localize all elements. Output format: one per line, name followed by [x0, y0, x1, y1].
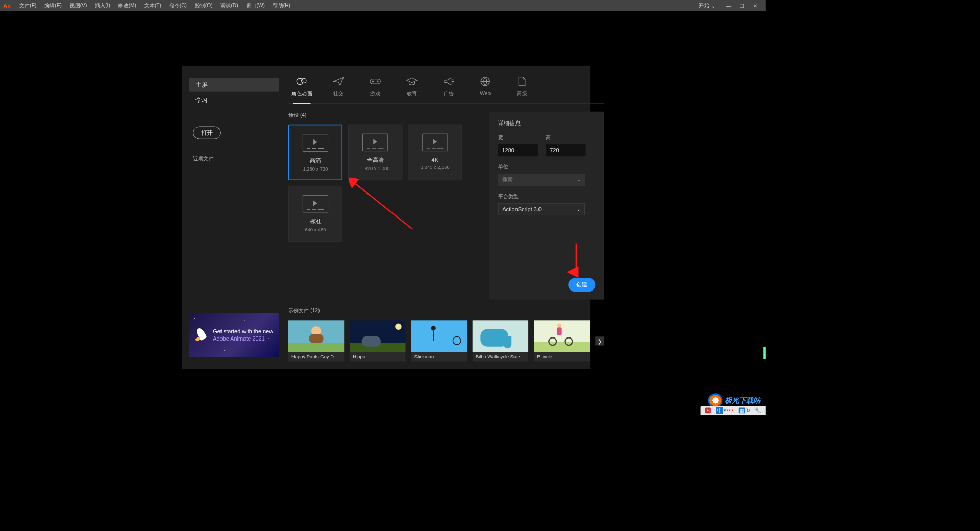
- preset-thumb-icon: [362, 134, 388, 151]
- tab-game[interactable]: 游戏: [363, 76, 387, 103]
- document-icon: [516, 76, 528, 86]
- samples-section: 示例文件 (12) Happy Pants Guy Dance Hippo St…: [288, 307, 604, 361]
- menu-modify[interactable]: 修改(M): [114, 2, 140, 9]
- sidebar-item-learn[interactable]: 学习: [189, 93, 279, 107]
- promo-banner[interactable]: Get started with the new Adobe Animate 2…: [189, 313, 279, 357]
- chevron-down-icon: ⌄: [577, 177, 581, 182]
- width-input[interactable]: [498, 144, 538, 156]
- app-logo: An: [3, 3, 11, 9]
- menu-control[interactable]: 控制(O): [191, 2, 217, 9]
- tab-education[interactable]: 教育: [400, 76, 424, 103]
- sample-stickman[interactable]: Stickman: [411, 320, 467, 361]
- megaphone-icon: [442, 76, 455, 86]
- menu-view[interactable]: 视图(V): [66, 2, 91, 9]
- svg-rect-2: [370, 79, 380, 84]
- preset-4k[interactable]: 4K 3,840 x 2,160: [408, 125, 462, 180]
- category-tabs: 角色动画 社交 游戏 教育: [288, 73, 604, 104]
- platform-select[interactable]: ActionScript 3.0⌄: [498, 203, 585, 215]
- menu-insert[interactable]: 插入(I): [91, 2, 114, 9]
- rocket-icon: [194, 328, 208, 342]
- minimize-button[interactable]: —: [722, 3, 736, 9]
- watermark: 极光下载站: [708, 393, 761, 407]
- globe-icon: [479, 76, 492, 86]
- menubar-right: 开始⌄ — ❐ ✕: [694, 2, 763, 9]
- samples-row: Happy Pants Guy Dance Hippo Stickman Bil…: [288, 320, 604, 361]
- chevron-down-icon: ⌄: [577, 207, 580, 212]
- preset-thumb-icon: [303, 195, 328, 212]
- character-icon: [296, 76, 308, 86]
- maximize-button[interactable]: ❐: [736, 3, 749, 9]
- preset-panel: 预设 (4) 高清 1,280 x 720 全高清 1,920 x 1,080: [288, 112, 480, 300]
- preset-thumb-icon: [422, 134, 448, 151]
- svg-point-4: [377, 81, 378, 82]
- workspace-switcher[interactable]: 开始⌄: [694, 2, 720, 9]
- menu-file[interactable]: 文件(F): [15, 2, 40, 9]
- unit-select[interactable]: 像素⌄: [498, 174, 585, 186]
- dialog-sidebar: 主屏 学习 打开 近期文件 Get started with the new A…: [182, 66, 286, 369]
- preset-standard[interactable]: 标准 640 x 480: [288, 186, 342, 242]
- width-label: 宽: [498, 134, 538, 141]
- open-button[interactable]: 打开: [193, 127, 221, 139]
- gamepad-icon: [369, 76, 382, 86]
- menu-text[interactable]: 文本(T): [140, 2, 165, 9]
- ime-bar: S 中ᵂʸ•,• ▦↻ 🔧: [701, 406, 766, 415]
- samples-next-button[interactable]: ❯: [595, 336, 604, 345]
- svg-point-1: [302, 78, 306, 83]
- sample-bicycle[interactable]: Bicycle: [534, 320, 590, 361]
- graduation-cap-icon: [405, 76, 418, 86]
- new-document-dialog: 主屏 学习 打开 近期文件 Get started with the new A…: [182, 66, 590, 369]
- menu-window[interactable]: 窗口(W): [242, 2, 268, 9]
- details-panel: 详细信息 宽 高 单位 像素⌄: [489, 112, 604, 300]
- preset-grid: 高清 1,280 x 720 全高清 1,920 x 1,080 4K 3,84…: [288, 125, 480, 242]
- preset-title: 预设 (4): [288, 112, 480, 119]
- details-title: 详细信息: [498, 119, 596, 127]
- svg-point-3: [372, 81, 373, 82]
- menubar: An 文件(F) 编辑(E) 视图(V) 插入(I) 修改(M) 文本(T) 命…: [0, 0, 766, 11]
- sidebar-item-home[interactable]: 主屏: [189, 78, 279, 91]
- panels-row: 预设 (4) 高清 1,280 x 720 全高清 1,920 x 1,080: [288, 112, 604, 300]
- menu-commands[interactable]: 命令(C): [165, 2, 191, 9]
- sample-hippo[interactable]: Hippo: [350, 320, 405, 361]
- recent-files-label: 近期文件: [193, 155, 279, 162]
- samples-title: 示例文件 (12): [288, 307, 604, 315]
- close-button[interactable]: ✕: [749, 3, 763, 9]
- chevron-right-icon: ❯: [598, 338, 602, 344]
- tab-advanced[interactable]: 高级: [510, 76, 534, 103]
- chevron-down-icon: ⌄: [711, 3, 716, 9]
- menu-debug[interactable]: 调试(D): [216, 2, 242, 9]
- platform-label: 平台类型: [498, 193, 596, 200]
- menu-edit[interactable]: 编辑(E): [40, 2, 65, 9]
- height-label: 高: [546, 134, 585, 141]
- sample-bilbo[interactable]: Bilbo Walkcycle Side: [473, 320, 528, 361]
- height-input[interactable]: [546, 144, 585, 156]
- tab-ads[interactable]: 广告: [436, 76, 460, 103]
- preset-hd[interactable]: 高清 1,280 x 720: [288, 125, 342, 180]
- preset-thumb-icon: [303, 134, 328, 151]
- preset-fullhd[interactable]: 全高清 1,920 x 1,080: [348, 125, 402, 180]
- watermark-icon: [708, 393, 722, 407]
- paper-plane-icon: [332, 76, 345, 86]
- tab-social[interactable]: 社交: [327, 76, 351, 103]
- tab-web[interactable]: Web: [473, 76, 497, 103]
- right-edge-marker: [763, 347, 766, 359]
- create-button[interactable]: 创建: [568, 278, 595, 292]
- tab-character-animation[interactable]: 角色动画: [290, 76, 314, 103]
- dialog-content: 角色动画 社交 游戏 教育: [286, 66, 611, 369]
- unit-label: 单位: [498, 163, 596, 171]
- menu-help[interactable]: 帮助(H): [269, 2, 295, 9]
- promo-text: Get started with the new Adobe Animate 2…: [213, 328, 273, 342]
- sample-happy-pants[interactable]: Happy Pants Guy Dance: [288, 320, 344, 361]
